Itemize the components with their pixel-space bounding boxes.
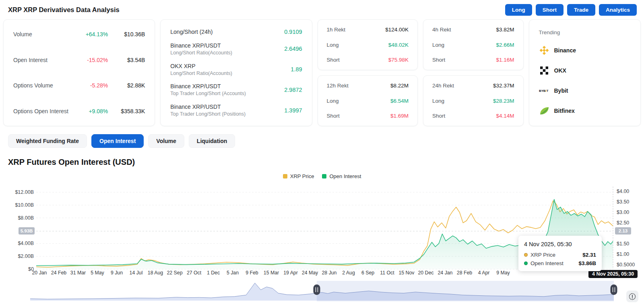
ratio-value: 0.9109 xyxy=(284,29,302,35)
tooltip-row: Open Interest $3.86B xyxy=(524,260,596,266)
exchange-name: Binance xyxy=(554,47,576,54)
stat-label: Volume xyxy=(13,31,69,37)
header-actions: Long Short Trade Analytics xyxy=(505,4,637,16)
rekt-short-value: $75.98K xyxy=(388,57,409,63)
rekt-column-2: 4h Rekt $3.82M Long $2.66M Short $1.16M … xyxy=(423,19,523,126)
navigator-area[interactable] xyxy=(30,283,614,301)
bitfinex-icon xyxy=(539,106,549,116)
open-interest-current-badge xyxy=(19,227,35,235)
left-axis-label: $4.00B xyxy=(18,241,34,246)
tab-weighted-funding-rate[interactable]: Weighted Funding Rate xyxy=(8,134,87,148)
x-axis-label: 18 Aug xyxy=(148,270,163,276)
left-axis-label: $12.00B xyxy=(15,189,34,195)
rekt-short-value: $1.16M xyxy=(496,57,514,63)
x-axis-label: 19 Apr xyxy=(283,270,298,276)
ratio-row: Binance XRP/USDT Top Trader Long/Short (… xyxy=(170,83,302,96)
bybit-icon: BYBIT xyxy=(539,85,549,96)
trade-button[interactable]: Trade xyxy=(567,4,595,16)
tab-liquidation[interactable]: Liquidation xyxy=(189,134,235,148)
x-axis-label: 9 Jun xyxy=(111,270,123,276)
chart-alert-icon[interactable] xyxy=(626,291,638,302)
navigator-handle[interactable] xyxy=(611,284,617,295)
tab-open-interest[interactable]: Open Interest xyxy=(91,134,144,148)
x-axis-label: 31 Mar xyxy=(70,270,86,276)
tooltip-row: XRP Price $2.31 xyxy=(524,252,596,258)
ratio-row: Binance XRP/USDT Long/Short Ratio(Accoun… xyxy=(170,42,302,56)
ratio-title: Binance XRP/USDT xyxy=(170,104,284,110)
long-short-ratios-card: Long/Short (24h) 0.9109 Binance XRP/USDT… xyxy=(160,19,312,126)
rekt-1h-card: 1h Rekt $124.00K Long $48.02K Short $75.… xyxy=(318,19,418,70)
x-axis-label: 9 May xyxy=(496,270,510,276)
x-axis-label: 4 Apr xyxy=(478,270,490,276)
rekt-column-1: 1h Rekt $124.00K Long $48.02K Short $75.… xyxy=(318,19,418,126)
ratio-title: Binance XRP/USDT xyxy=(170,42,284,49)
long-button[interactable]: Long xyxy=(505,4,532,16)
rekt-12h-card: 12h Rekt $8.22M Long $6.54M Short $1.69M xyxy=(318,75,418,126)
stat-value: $10.36B xyxy=(108,31,145,37)
short-button[interactable]: Short xyxy=(536,4,564,16)
trending-item-binance[interactable]: Binance xyxy=(539,45,631,56)
stat-value: $2.88K xyxy=(108,82,145,89)
x-axis-label: 15 Nov xyxy=(399,270,415,276)
rekt-long-value: $48.02K xyxy=(388,42,409,48)
legend-item-open-interest[interactable]: Open Interest xyxy=(322,173,361,179)
xrp-price-dot xyxy=(524,253,528,257)
x-axis-label: 24 May xyxy=(302,270,318,276)
stat-row: Options Open Interest +9.08% $358.33K xyxy=(13,108,145,114)
rekt-long-value: $28.23M xyxy=(493,98,514,104)
legend-label: XRP Price xyxy=(290,173,314,179)
stat-value: $358.33K xyxy=(108,108,145,114)
rekt-total: $124.00K xyxy=(385,27,409,33)
right-axis-label: $1.00 xyxy=(617,251,629,257)
ratio-row: Long/Short (24h) 0.9109 xyxy=(170,29,302,35)
rekt-long-label: Long xyxy=(327,42,388,48)
legend-label: Open Interest xyxy=(329,173,361,179)
x-axis-label: 28 Jun xyxy=(322,270,337,276)
legend-item-xrp-price[interactable]: XRP Price xyxy=(283,173,314,179)
stat-change: -5.28% xyxy=(69,82,108,89)
navigator-line xyxy=(30,283,614,299)
trending-item-okx[interactable]: OKX xyxy=(539,65,631,76)
navigator-selection[interactable] xyxy=(317,281,614,301)
left-axis-label: $2.00B xyxy=(18,253,34,259)
x-axis-label: 28 Feb xyxy=(457,270,472,276)
tooltip-label: XRP Price xyxy=(530,252,555,258)
ratio-subtitle: Top Trader Long/Short (Accounts) xyxy=(170,91,284,96)
chart-section-title: XRP Futures Open Interest (USD) xyxy=(8,158,644,167)
left-axis-label: $8.00B xyxy=(18,215,34,221)
rekt-long-label: Long xyxy=(327,98,390,104)
ratio-value: 2.6496 xyxy=(284,46,302,52)
exchange-name: Bybit xyxy=(554,87,568,94)
binance-icon xyxy=(539,45,549,56)
stat-label: Options Open Interest xyxy=(13,108,69,114)
stats-strip: Volume +64.13% $10.36B Open Interest -15… xyxy=(0,19,644,126)
analytics-button[interactable]: Analytics xyxy=(599,4,637,16)
trending-item-bybit[interactable]: BYBIT Bybit xyxy=(539,85,631,96)
right-axis-label: $3.00 xyxy=(617,210,629,215)
ratio-row: Binance XRP/USDT Top Trader Long/Short (… xyxy=(170,104,302,117)
trending-item-bitfinex[interactable]: Bitfinex xyxy=(539,106,631,116)
ratio-title: Binance XRP/USDT xyxy=(170,83,284,89)
open-interest-swatch xyxy=(322,174,326,178)
x-axis-label: 6 Sep xyxy=(361,270,374,276)
x-axis-label: 2 Aug xyxy=(342,270,355,276)
xrp-price-current-badge xyxy=(615,227,631,235)
chart-tooltip: 4 Nov 2025, 05:30 XRP Price $2.31 Open I… xyxy=(518,236,602,271)
rekt-total: $8.22M xyxy=(390,83,409,89)
rekt-period: 12h Rekt xyxy=(327,83,390,89)
tooltip-label: Open Interest xyxy=(530,260,564,266)
rekt-short-label: Short xyxy=(432,57,496,63)
tab-volume[interactable]: Volume xyxy=(148,134,184,148)
rekt-long-label: Long xyxy=(432,98,493,104)
ratio-value: 1.89 xyxy=(291,66,302,73)
rekt-long-value: $6.54M xyxy=(390,98,409,104)
right-axis-label: $1.50 xyxy=(617,241,629,247)
stat-value: $3.54B xyxy=(108,57,145,63)
rekt-period: 24h Rekt xyxy=(432,83,493,89)
rekt-short-label: Short xyxy=(327,113,390,119)
navigator-handle[interactable] xyxy=(313,284,320,295)
left-axis-label: $0 xyxy=(28,266,34,272)
exchange-name: Bitfinex xyxy=(554,108,575,114)
x-axis-label: 24 Jan xyxy=(438,270,453,276)
x-axis-label: 20 Dec xyxy=(418,270,434,276)
